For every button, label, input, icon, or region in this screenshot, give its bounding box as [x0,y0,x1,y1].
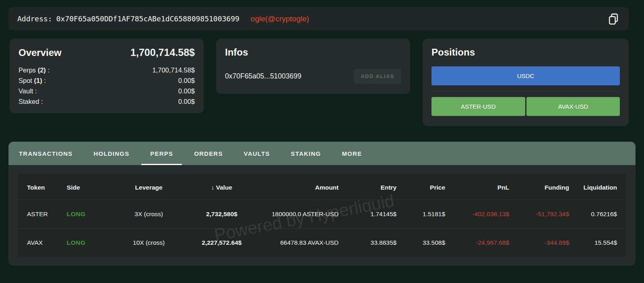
overview-row-value: 1,700,714.58$ [152,65,195,75]
tab-orders[interactable]: ORDERS [184,142,233,165]
cell-amount: 66478.83 AVAX-USD [261,229,339,257]
copy-icon [608,13,619,25]
header-token[interactable]: Token [18,174,67,200]
cell-liquidation: 15.554$ [569,229,626,257]
cell-entry: 1.74145$ [339,200,396,229]
infos-card: Infos 0x70F65a05...51003699 ADD ALIAS [216,39,410,94]
overview-row-label: Staked : [19,96,43,107]
header-side[interactable]: Side [67,174,116,200]
cell-price: 1.5181$ [396,200,445,229]
tabs-bar: TRANSACTIONS HOLDINGS PERPS ORDERS VAULT… [8,142,636,165]
cell-side: LONG [67,229,116,257]
overview-row-value: 0.00$ [178,75,195,86]
address-value: 0x70F65a050DDf1AF785cABe1dC6588098510036… [56,14,239,23]
cell-value: 2,732,580$ [182,200,261,229]
header-leverage[interactable]: Leverage [116,174,182,200]
positions-card: Positions USDC ASTER-USD AVAX-USD [423,39,629,126]
address-label: Address: [17,14,52,23]
details-panel: TRANSACTIONS HOLDINGS PERPS ORDERS VAULT… [8,142,636,266]
cell-pnl: -402,038.13$ [445,200,509,229]
header-entry[interactable]: Entry [339,174,396,200]
overview-card: Overview 1,700,714.58$ Perps (2) : 1,700… [10,39,204,113]
positions-title: Positions [431,47,475,58]
overview-row-label: Vault : [19,86,37,96]
overview-row-value: 0.00$ [178,86,195,96]
table-row-avax[interactable]: AVAX LONG 10X (cross) 2,227,572.64$ 6647… [18,229,626,257]
header-liquidation[interactable]: Liquidation [569,174,626,200]
header-funding[interactable]: Funding [509,174,569,200]
cell-token: AVAX [18,229,67,257]
header-amount[interactable]: Amount [261,174,339,200]
header-price[interactable]: Price [396,174,445,200]
usdc-button[interactable]: USDC [431,66,620,85]
overview-row-staked: Staked : 0.00$ [19,96,195,107]
sort-desc-icon: ↓ [211,184,215,191]
table-header-row: Token Side Leverage ↓Value Amount Entry … [18,174,626,200]
overview-title: Overview [19,47,62,58]
cell-side: LONG [67,200,116,229]
cell-liquidation: 0.76216$ [569,200,626,229]
cell-amount: 1800000.0 ASTER-USD [261,200,339,229]
cell-entry: 33.8835$ [339,229,396,257]
address-bar: Address: 0x70F65a050DDf1AF785cABe1dC6588… [8,7,629,30]
tab-holdings[interactable]: HOLDINGS [83,142,140,165]
positions-divider [431,91,620,91]
infos-title: Infos [225,47,248,58]
perps-table-container: Powered by Hyperliquid Token Side Levera… [18,174,626,257]
header-value[interactable]: ↓Value [182,174,261,200]
overview-row-value: 0.00$ [178,96,195,107]
add-alias-button[interactable]: ADD ALIAS [354,69,401,84]
tab-staking[interactable]: STAKING [281,142,332,165]
overview-row-spot: Spot (1) : 0.00$ [19,75,195,86]
summary-cards-row: Overview 1,700,714.58$ Perps (2) : 1,700… [10,39,629,126]
tab-transactions[interactable]: TRANSACTIONS [8,142,83,165]
cell-leverage: 3X (cross) [116,200,182,229]
cell-leverage: 10X (cross) [116,229,182,257]
copy-button[interactable] [606,12,621,26]
tab-more[interactable]: MORE [331,142,372,165]
cell-pnl: -24,967.68$ [445,229,509,257]
overview-total: 1,700,714.58$ [130,47,195,58]
alias-link[interactable]: ogle(@cryptogle) [251,14,309,23]
tab-vaults[interactable]: VAULTS [233,142,281,165]
overview-row-label: Perps (2) : [19,65,50,75]
cell-funding: -344.89$ [509,229,569,257]
overview-row-vault: Vault : 0.00$ [19,86,195,96]
cell-funding: -51,792.34$ [509,200,569,229]
cell-price: 33.508$ [396,229,445,257]
overview-row-perps: Perps (2) : 1,700,714.58$ [19,65,195,75]
overview-row-label: Spot (1) : [19,75,46,86]
header-pnl[interactable]: PnL [445,174,509,200]
cell-value: 2,227,572.64$ [182,229,261,257]
aster-usd-button[interactable]: ASTER-USD [431,97,525,116]
perps-table: Token Side Leverage ↓Value Amount Entry … [18,174,626,257]
tab-perps[interactable]: PERPS [140,142,184,165]
cell-token: ASTER [18,200,67,229]
avax-usd-button[interactable]: AVAX-USD [526,97,620,116]
table-row-aster[interactable]: ASTER LONG 3X (cross) 2,732,580$ 1800000… [18,200,626,229]
short-address: 0x70F65a05...51003699 [225,72,301,81]
